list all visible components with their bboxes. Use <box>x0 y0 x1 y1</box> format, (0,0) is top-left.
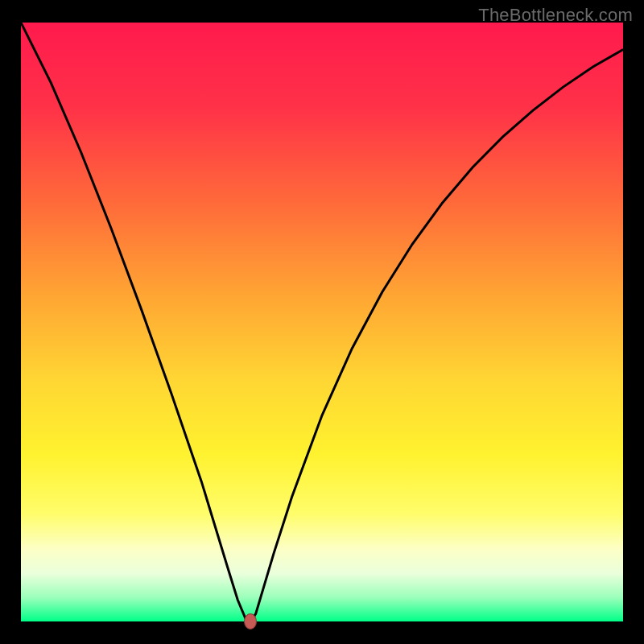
curve-layer <box>21 23 623 621</box>
watermark-text: TheBottleneck.com <box>478 5 633 26</box>
bottleneck-curve <box>21 23 623 621</box>
optimum-marker <box>244 613 257 630</box>
chart-frame: TheBottleneck.com <box>0 0 644 644</box>
plot-area <box>21 23 623 621</box>
